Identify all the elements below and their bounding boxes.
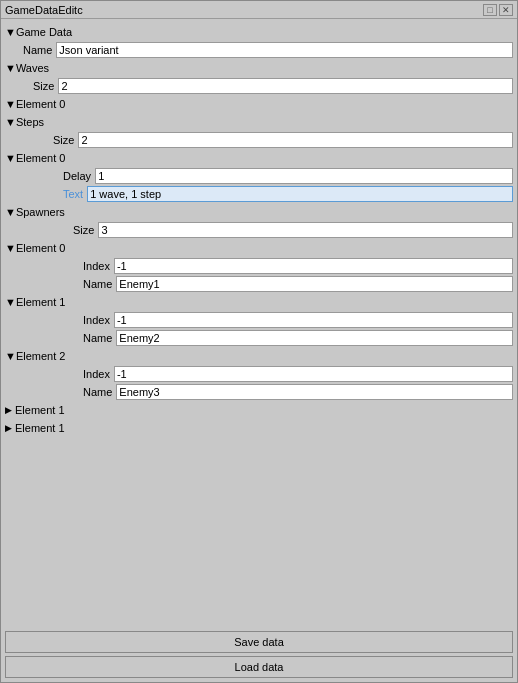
spawners-size-row: Size [3, 221, 515, 239]
spawners-size-label: Size [73, 224, 94, 236]
waves-element0-label: Element 0 [16, 98, 66, 110]
waves-element1-header[interactable]: ▶ Element 1 [3, 419, 515, 437]
delay-value-container [95, 168, 513, 184]
steps-header[interactable]: ▼ Steps [3, 113, 515, 131]
spawner2-name-row: Name [3, 383, 515, 401]
spawner1-index-value-container [114, 312, 513, 328]
spawners-arrow: ▼ [5, 206, 16, 218]
footer: Save data Load data [1, 627, 517, 682]
steps-element1-header[interactable]: ▶ Element 1 [3, 401, 515, 419]
steps-size-row: Size [3, 131, 515, 149]
spawners-size-input[interactable] [98, 222, 513, 238]
waves-element1-arrow: ▶ [5, 423, 12, 433]
waves-header[interactable]: ▼ Waves [3, 59, 515, 77]
spawner1-index-label: Index [83, 314, 110, 326]
spawner1-name-row: Name [3, 329, 515, 347]
steps-element0-arrow: ▼ [5, 152, 16, 164]
steps-size-input[interactable] [78, 132, 513, 148]
close-button[interactable]: ✕ [499, 4, 513, 16]
name-input[interactable] [56, 42, 513, 58]
spawner2-index-value-container [114, 366, 513, 382]
spawner-element2-arrow: ▼ [5, 350, 16, 362]
spawner-element1-header[interactable]: ▼ Element 1 [3, 293, 515, 311]
spawner1-index-row: Index [3, 311, 515, 329]
steps-size-value-container [78, 132, 513, 148]
waves-size-input[interactable] [58, 78, 513, 94]
spawner2-index-label: Index [83, 368, 110, 380]
text-label: Text [63, 188, 83, 200]
spawner-element1-label: Element 1 [16, 296, 66, 308]
name-row: Name [3, 41, 515, 59]
waves-element0-arrow: ▼ [5, 98, 16, 110]
spawner2-index-row: Index [3, 365, 515, 383]
waves-element0-header[interactable]: ▼ Element 0 [3, 95, 515, 113]
delay-row: Delay [3, 167, 515, 185]
steps-element1-arrow: ▶ [5, 405, 12, 415]
waves-element1-label: Element 1 [15, 422, 65, 434]
steps-element0-label: Element 0 [16, 152, 66, 164]
spawner0-name-label: Name [83, 278, 112, 290]
spawner1-index-input[interactable] [114, 312, 513, 328]
text-input[interactable] [87, 186, 513, 202]
spawner0-name-row: Name [3, 275, 515, 293]
load-button[interactable]: Load data [5, 656, 513, 678]
spawner2-name-label: Name [83, 386, 112, 398]
main-window: GameDataEditc □ ✕ ▼ Game Data Name ▼ Wav… [0, 0, 518, 683]
text-row: Text [3, 185, 515, 203]
waves-size-row: Size [3, 77, 515, 95]
steps-arrow: ▼ [5, 116, 16, 128]
waves-arrow: ▼ [5, 62, 16, 74]
waves-size-value-container [58, 78, 513, 94]
steps-element1-label: Element 1 [15, 404, 65, 416]
game-data-header[interactable]: ▼ Game Data [3, 23, 515, 41]
spawner-element1-arrow: ▼ [5, 296, 16, 308]
game-data-label: Game Data [16, 26, 72, 38]
spawner2-name-value-container [116, 384, 513, 400]
spawner0-index-value-container [114, 258, 513, 274]
game-data-arrow: ▼ [5, 26, 16, 38]
spawner2-name-input[interactable] [116, 384, 513, 400]
window-controls: □ ✕ [483, 4, 513, 16]
text-value-container [87, 186, 513, 202]
name-label: Name [23, 44, 52, 56]
steps-size-label: Size [53, 134, 74, 146]
waves-size-label: Size [33, 80, 54, 92]
spawner2-index-input[interactable] [114, 366, 513, 382]
spawner-element0-arrow: ▼ [5, 242, 16, 254]
spawner-element2-header[interactable]: ▼ Element 2 [3, 347, 515, 365]
spawner0-index-label: Index [83, 260, 110, 272]
spawner-element0-label: Element 0 [16, 242, 66, 254]
delay-label: Delay [63, 170, 91, 182]
save-button[interactable]: Save data [5, 631, 513, 653]
minimize-button[interactable]: □ [483, 4, 497, 16]
spawner1-name-label: Name [83, 332, 112, 344]
spawners-header[interactable]: ▼ Spawners [3, 203, 515, 221]
tree-content: ▼ Game Data Name ▼ Waves Size ▼ Element … [1, 19, 517, 627]
spawner1-name-value-container [116, 330, 513, 346]
spawner0-name-value-container [116, 276, 513, 292]
spawners-label: Spawners [16, 206, 65, 218]
spawner-element2-label: Element 2 [16, 350, 66, 362]
spawners-size-value-container [98, 222, 513, 238]
window-title: GameDataEditc [5, 4, 83, 16]
waves-label: Waves [16, 62, 49, 74]
spawner1-name-input[interactable] [116, 330, 513, 346]
spawner-element0-header[interactable]: ▼ Element 0 [3, 239, 515, 257]
titlebar: GameDataEditc □ ✕ [1, 1, 517, 19]
delay-input[interactable] [95, 168, 513, 184]
spawner0-index-input[interactable] [114, 258, 513, 274]
steps-label: Steps [16, 116, 44, 128]
name-value-container [56, 42, 513, 58]
spawner0-index-row: Index [3, 257, 515, 275]
steps-element0-header[interactable]: ▼ Element 0 [3, 149, 515, 167]
spawner0-name-input[interactable] [116, 276, 513, 292]
